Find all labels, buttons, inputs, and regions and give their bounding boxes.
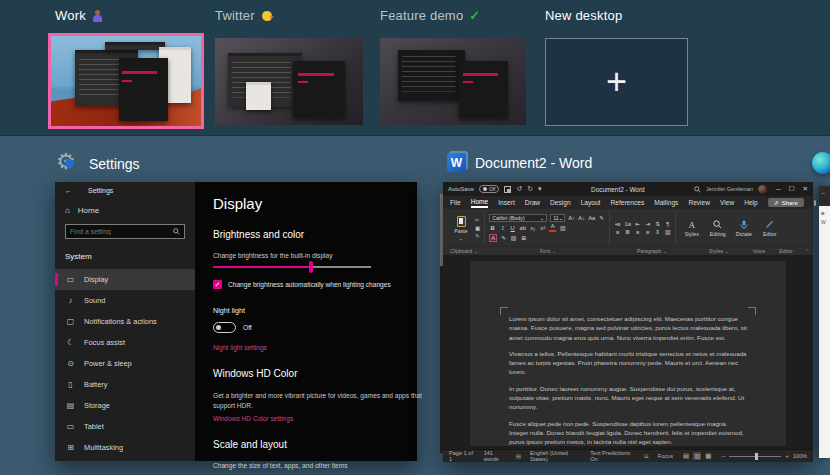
proofing-icon[interactable]: ▤: [516, 453, 521, 459]
sidebar-item-sound[interactable]: ♪Sound: [55, 290, 195, 311]
editor-button[interactable]: Editor: [758, 211, 781, 245]
align-center-button[interactable]: ≣: [624, 229, 631, 235]
editing-button[interactable]: Editing: [706, 211, 729, 245]
increase-indent-button[interactable]: ⇥: [644, 221, 651, 227]
change-case-icon[interactable]: Aa: [588, 215, 595, 221]
text-effects-button[interactable]: ▨: [559, 225, 566, 231]
print-layout-button[interactable]: ▥: [693, 452, 701, 460]
slider-thumb[interactable]: [309, 261, 313, 273]
sidebar-item-display[interactable]: ▭Display: [55, 269, 195, 290]
shading-button[interactable]: ▨: [664, 229, 671, 235]
desktop-label-work[interactable]: Work: [55, 8, 104, 23]
search-icon[interactable]: [694, 186, 701, 193]
redo-icon[interactable]: ↻: [527, 185, 533, 193]
user-avatar[interactable]: [758, 185, 767, 194]
quick-access-caret-icon[interactable]: ▾: [538, 185, 542, 193]
subscript-button[interactable]: x₂: [529, 225, 536, 231]
desktop-label-feature-demo[interactable]: Feature demo ✓: [380, 8, 480, 23]
word-window[interactable]: AutoSave Off ↺ ↻ ▾ Document2 - Word Jenn…: [443, 182, 813, 462]
cut-icon[interactable]: ✂: [475, 217, 480, 223]
desktop-label-twitter[interactable]: Twitter: [215, 8, 273, 23]
strikethrough-button[interactable]: ab: [519, 225, 526, 231]
styles-button[interactable]: A Styles: [680, 211, 703, 245]
text-predictions-status[interactable]: Text Predictions: On: [590, 450, 635, 462]
tab-layout[interactable]: Layout: [581, 199, 601, 206]
grow-font-icon[interactable]: A↑: [568, 215, 575, 221]
document-text[interactable]: Lorem ipsum dolor sit amet, consectetuer…: [509, 314, 747, 449]
back-arrow-icon[interactable]: ←: [65, 187, 72, 194]
tab-review[interactable]: Review: [688, 199, 710, 206]
paste-button[interactable]: Paste ⌄: [450, 211, 472, 245]
tab-file[interactable]: File: [450, 199, 461, 206]
desktop-thumbnail-twitter[interactable]: [215, 38, 363, 125]
hdr-settings-link[interactable]: Windows HD Color settings: [213, 415, 431, 422]
sidebar-item-storage[interactable]: ▤Storage: [55, 395, 195, 416]
word-window-header[interactable]: W Document2 - Word: [447, 153, 592, 172]
borders-button[interactable]: ⊞: [520, 235, 527, 241]
zoom-percentage[interactable]: 100%: [793, 453, 807, 459]
justify-button[interactable]: ≡: [644, 229, 651, 235]
edge-window-sliver[interactable]: ← ≡ W: [819, 186, 830, 458]
share-button[interactable]: ⇗ Share: [768, 198, 804, 207]
settings-window-header[interactable]: ⚙ Settings: [58, 153, 140, 175]
sidebar-item-home[interactable]: ⌂ Home: [55, 194, 195, 215]
collapse-ribbon-icon[interactable]: ⌃: [805, 248, 813, 254]
sort-button[interactable]: ⇅: [654, 221, 661, 227]
maximize-button[interactable]: ☐: [789, 185, 795, 193]
auto-brightness-checkbox-row[interactable]: ✓ Change brightness automatically when l…: [213, 280, 431, 289]
superscript-button[interactable]: x²: [539, 225, 546, 231]
clipboard-group-label[interactable]: Clipboard ⌄: [443, 248, 485, 254]
clear-format-icon[interactable]: ✎: [598, 215, 605, 221]
align-right-button[interactable]: ≡: [634, 229, 641, 235]
search-input[interactable]: [70, 228, 173, 235]
sidebar-item-tablet[interactable]: ▭Tablet: [55, 416, 195, 437]
shading-button[interactable]: ▨: [510, 235, 517, 241]
sidebar-item-focus-assist[interactable]: ☾Focus assist: [55, 332, 195, 353]
tab-view[interactable]: View: [720, 199, 734, 206]
bullet-list-button[interactable]: •≡: [614, 221, 621, 227]
zoom-in-button[interactable]: +: [785, 453, 788, 459]
pen-icon[interactable]: ✎: [500, 235, 507, 241]
tab-references[interactable]: References: [610, 199, 644, 206]
decrease-indent-button[interactable]: ⇤: [634, 221, 641, 227]
paragraph-group-label[interactable]: Paragraph ⌄: [611, 248, 693, 254]
web-layout-button[interactable]: ▦: [704, 452, 712, 460]
copy-icon[interactable]: ▣: [475, 225, 480, 231]
highlight-button[interactable]: A: [489, 234, 497, 242]
focus-icon[interactable]: ⊡: [644, 453, 649, 459]
document-page[interactable]: Lorem ipsum dolor sit amet, consectetuer…: [470, 261, 786, 446]
new-desktop-button[interactable]: +: [545, 38, 688, 126]
bold-button[interactable]: B: [489, 225, 496, 231]
undo-icon[interactable]: ↺: [516, 185, 522, 193]
font-size-select[interactable]: 11⌄: [550, 214, 565, 222]
zoom-slider[interactable]: [729, 456, 781, 457]
autosave-toggle[interactable]: Off: [479, 185, 499, 193]
numbered-list-button[interactable]: 1≡: [624, 221, 631, 227]
desktop-thumbnail-work[interactable]: [48, 33, 204, 129]
settings-search-box[interactable]: [65, 224, 185, 239]
focus-button[interactable]: Focus: [658, 453, 673, 459]
font-group-label[interactable]: Font ⌄: [485, 248, 611, 254]
night-light-settings-link[interactable]: Night light settings: [213, 344, 431, 351]
underline-button[interactable]: U: [509, 225, 516, 231]
minimize-button[interactable]: ─: [776, 185, 781, 193]
styles-group-label[interactable]: Styles ⌄: [693, 248, 745, 254]
font-color-button[interactable]: A: [549, 224, 556, 232]
language-status[interactable]: English (United States): [530, 450, 581, 462]
zoom-slider-thumb[interactable]: [755, 453, 758, 460]
night-light-toggle[interactable]: [213, 322, 236, 333]
close-button[interactable]: ✕: [803, 185, 808, 193]
comments-icon[interactable]: [814, 200, 816, 206]
sidebar-item-battery[interactable]: ▯Battery: [55, 374, 195, 395]
tab-draw[interactable]: Draw: [525, 199, 540, 206]
save-icon[interactable]: [504, 186, 511, 193]
page-count[interactable]: Page 1 of 1: [449, 450, 475, 462]
tab-home[interactable]: Home: [471, 198, 489, 208]
read-mode-button[interactable]: ▤: [682, 452, 690, 460]
desktop-thumbnail-feature-demo[interactable]: [380, 38, 526, 125]
format-painter-icon[interactable]: ✎: [475, 233, 480, 239]
tab-mailings[interactable]: Mailings: [654, 199, 678, 206]
checkbox-checked-icon[interactable]: ✓: [213, 280, 222, 289]
dictate-button[interactable]: Dictate: [732, 211, 755, 245]
paragraph-marks-button[interactable]: ¶: [664, 221, 671, 227]
